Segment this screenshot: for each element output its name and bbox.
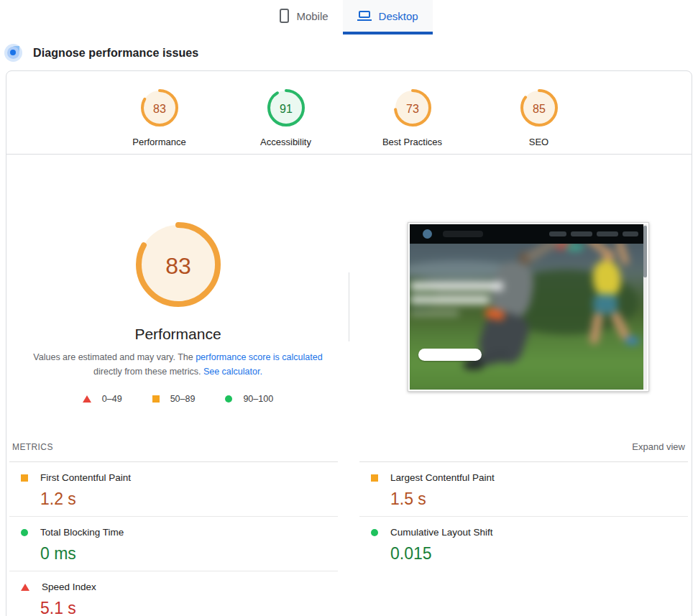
thumbnail-headline-text — [410, 295, 490, 304]
thumbnail-navbar — [410, 224, 647, 244]
green-circle-icon — [225, 395, 232, 403]
svg-text:85: 85 — [533, 103, 546, 115]
section-header: Diagnose performance issues — [4, 44, 698, 62]
description-text: directly from these metrics. — [93, 367, 203, 377]
metric-row-cumulative-layout-shift: Cumulative Layout Shift 0.015 — [359, 517, 688, 571]
metric-name: Total Blocking Time — [40, 527, 124, 538]
thumbnail-scrollbar-thumb — [643, 226, 647, 277]
legend-item-fail: 0–49 — [83, 394, 122, 404]
metric-value: 0 ms — [40, 544, 338, 563]
category-scores-row: 83 Performance 91 Accessibility 73 Best … — [6, 71, 692, 148]
performance-big-gauge[interactable]: 83 — [136, 222, 221, 307]
pagespeed-insights-icon — [4, 44, 22, 62]
desktop-laptop-icon — [357, 10, 372, 22]
score-label: Performance — [132, 137, 185, 148]
tab-mobile-label: Mobile — [296, 10, 328, 22]
thumbnail-nav-item — [571, 231, 592, 236]
thumbnail-nav-item — [623, 231, 638, 236]
metrics-grid: First Contentful Paint 1.2 s Total Block… — [9, 461, 688, 616]
thumbnail-man-shoe — [464, 359, 484, 369]
thumbnail-content — [410, 224, 647, 390]
metric-name: Speed Index — [42, 581, 96, 592]
score-label: Best Practices — [382, 137, 442, 148]
performance-description: Values are estimated and may vary. The p… — [23, 350, 334, 379]
svg-text:83: 83 — [153, 103, 166, 115]
orange-square-icon — [152, 395, 160, 403]
thumbnail-child-shoe — [625, 337, 639, 345]
thumbnail-hero-image — [410, 239, 647, 390]
legend-item-pass: 90–100 — [225, 394, 273, 404]
metric-value: 1.5 s — [390, 489, 688, 508]
orange-square-icon — [371, 474, 378, 482]
expand-view-button[interactable]: Expand view — [632, 441, 685, 452]
tab-desktop[interactable]: Desktop — [343, 0, 433, 35]
green-circle-icon — [371, 529, 378, 536]
metric-row-speed-index: Speed Index 5.1 s — [9, 571, 338, 616]
legend-range: 0–49 — [102, 394, 122, 404]
page-screenshot-thumbnail[interactable] — [408, 222, 649, 392]
legend-item-average: 50–89 — [152, 394, 196, 404]
tab-mobile[interactable]: Mobile — [265, 0, 342, 35]
metric-row-first-contentful-paint: First Contentful Paint 1.2 s — [9, 462, 338, 517]
thumbnail-cta-button — [418, 349, 482, 361]
thumbnail-nav-item — [597, 231, 618, 236]
score-seo[interactable]: 85 SEO — [500, 88, 579, 148]
metric-row-total-blocking-time: Total Blocking Time 0 ms — [9, 517, 338, 571]
score-accessibility[interactable]: 91 Accessibility — [247, 88, 326, 148]
metric-value: 0.015 — [390, 544, 688, 563]
column-divider — [349, 272, 349, 341]
device-tabs: Mobile Desktop — [0, 0, 698, 35]
performance-gauge-column: 83 Performance Values are estimated and … — [6, 155, 349, 404]
thumbnail-nav-item — [549, 231, 566, 236]
legend-range: 50–89 — [170, 394, 196, 404]
best-practices-gauge-icon: 73 — [393, 88, 432, 127]
metric-name: Cumulative Layout Shift — [390, 527, 493, 538]
svg-text:91: 91 — [280, 103, 293, 115]
thumbnail-subtext — [410, 311, 459, 316]
metric-value: 5.1 s — [40, 599, 338, 616]
svg-text:83: 83 — [165, 253, 191, 279]
score-label: Accessibility — [260, 137, 311, 148]
green-circle-icon — [21, 529, 28, 536]
svg-text:73: 73 — [406, 103, 419, 115]
score-calculation-link[interactable]: performance score is calculated — [196, 352, 322, 362]
legend-range: 90–100 — [243, 394, 273, 404]
page-title: Diagnose performance issues — [33, 47, 198, 60]
see-calculator-link[interactable]: See calculator. — [203, 367, 262, 377]
performance-score-gauge-icon: 83 — [136, 222, 221, 307]
thumbnail-logo-text — [443, 231, 483, 237]
score-legend: 0–49 50–89 90–100 — [83, 394, 273, 404]
metrics-heading: METRICS — [12, 442, 53, 452]
seo-gauge-icon: 85 — [520, 88, 559, 127]
metric-value: 1.2 s — [40, 489, 338, 508]
red-triangle-icon — [83, 395, 91, 403]
metric-row-largest-contentful-paint: Largest Contentful Paint 1.5 s — [359, 462, 688, 517]
thumbnail-frisbee — [566, 242, 584, 252]
score-label: SEO — [529, 137, 548, 148]
orange-square-icon — [21, 474, 28, 482]
score-best-practices[interactable]: 73 Best Practices — [373, 88, 452, 148]
thumbnail-logo-icon — [423, 229, 432, 239]
performance-gauge-icon: 83 — [140, 88, 179, 127]
metrics-header: METRICS Expand view — [9, 441, 688, 452]
thumbnail-child-shorts — [593, 294, 617, 314]
metrics-section: METRICS Expand view First Contentful Pai… — [6, 431, 692, 616]
tab-desktop-label: Desktop — [379, 10, 418, 22]
description-text: Values are estimated and may vary. The — [33, 352, 196, 362]
score-performance[interactable]: 83 Performance — [120, 88, 199, 148]
metrics-column-left: First Contentful Paint 1.2 s Total Block… — [9, 461, 338, 616]
thumbnail-scrollbar — [643, 224, 647, 390]
metric-name: First Contentful Paint — [40, 472, 131, 483]
accessibility-gauge-icon: 91 — [267, 88, 306, 127]
performance-title: Performance — [134, 326, 221, 343]
metrics-column-right: Largest Contentful Paint 1.5 s Cumulativ… — [359, 461, 688, 616]
metric-name: Largest Contentful Paint — [390, 472, 495, 483]
mobile-phone-icon — [280, 9, 289, 23]
performance-summary: 83 Performance Values are estimated and … — [6, 155, 692, 431]
lighthouse-report-card: 83 Performance 91 Accessibility 73 Best … — [6, 70, 692, 616]
thumbnail-headline-text — [410, 282, 503, 290]
red-triangle-icon — [21, 584, 29, 591]
